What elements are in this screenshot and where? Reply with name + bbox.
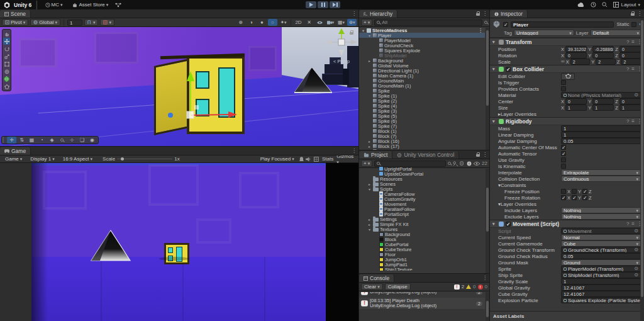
hierarchy-search-input[interactable]: All — [374, 20, 482, 26]
vsync-grid-icon[interactable] — [314, 157, 319, 162]
move-gizmo[interactable] — [147, 66, 247, 135]
rigidbody-constraints[interactable]: ▾Constraints — [490, 182, 644, 188]
edit-collider-button[interactable] — [561, 73, 575, 80]
rigidbody-automatic-center-of-mass[interactable]: Automatic Center Of Mass✓ — [490, 144, 644, 150]
project-item-camerafollow[interactable]: CameraFollow — [359, 191, 485, 196]
overlay-orientation[interactable]: ◉ — [87, 137, 97, 144]
movement-script-ground-check-radius[interactable]: Ground Check Radius0.05 — [490, 253, 644, 259]
project-item-background[interactable]: Background — [359, 232, 485, 237]
play-focused-dropdown[interactable]: Play Focused▾ — [257, 156, 297, 162]
game-view-dropdown[interactable]: Game▾ — [2, 156, 25, 162]
vector-field-y[interactable]: -0.2688684 — [592, 46, 614, 52]
freeze-axis-checkbox-z[interactable]: ✓ — [582, 189, 587, 194]
property-dropdown[interactable]: Cube▾ — [561, 240, 641, 247]
property-checkbox[interactable] — [561, 86, 566, 91]
vector-field-x[interactable]: 0 — [565, 52, 587, 59]
console-clear-button[interactable]: Clear▾ — [361, 283, 383, 290]
overlay-search[interactable] — [57, 137, 67, 144]
rotate-tool[interactable] — [3, 45, 10, 52]
effects-dropdown[interactable]: ✦▾ — [279, 19, 288, 26]
value-field[interactable]: 1 — [561, 278, 641, 284]
movement-script-ground-check-transform[interactable]: Ground Check TransformGroundCheck (Trans… — [490, 247, 644, 253]
scale-tool[interactable] — [3, 53, 10, 60]
console-collapse-button[interactable]: Collapse — [385, 283, 411, 290]
scene-viewport[interactable]: < Persp ▏ ✛ ⇅ ▦ ◔ ◈ — [0, 27, 358, 146]
property-dropdown[interactable]: Nothing▾ — [561, 213, 641, 220]
overlay-pan[interactable]: ⊹ — [67, 137, 77, 144]
vector-field-z[interactable]: 0 — [619, 46, 641, 52]
inspector-lock-icon[interactable] — [631, 13, 635, 16]
move-tool[interactable] — [3, 38, 10, 45]
pause-button[interactable] — [318, 1, 328, 8]
property-checkbox[interactable] — [561, 157, 566, 162]
movement-script-script[interactable]: ScriptMovement⊙ — [490, 228, 644, 234]
tab-unity-version-control[interactable]: Unity Version Control — [392, 151, 459, 159]
value-field[interactable]: 0.05 — [561, 138, 641, 144]
game-menu-kebab[interactable]: ⋮ — [352, 148, 356, 154]
project-item-ship1texture[interactable]: Ship1Texture — [359, 267, 485, 271]
vector-field-y[interactable]: 0 — [592, 52, 614, 59]
transform-position[interactable]: PositionX39.31202Y-0.2688684Z0 — [490, 46, 644, 52]
error-count-icon[interactable]: ! — [478, 284, 483, 290]
tab-console[interactable]: Console — [359, 274, 394, 282]
value-field[interactable]: 12.41067 — [561, 284, 641, 291]
movement-script-global-gravity[interactable]: Global Gravity12.41067 — [490, 284, 644, 291]
transform-rotation[interactable]: RotationX0Y0Z0 — [490, 52, 644, 59]
hierarchy-item-player[interactable]: ▾Player — [359, 33, 485, 38]
console-scrollbar[interactable] — [486, 292, 489, 321]
project-item-portalscript[interactable]: PortalScript — [359, 211, 485, 217]
favorites-icon[interactable] — [460, 161, 465, 166]
overlay-grid-toggle[interactable]: ▦ — [27, 137, 36, 144]
movement-script-explosion-particle[interactable]: Explosion ParticleSquares Explode (Parti… — [490, 297, 644, 303]
tag-dropdown[interactable]: Untagged▾ — [514, 30, 574, 36]
rigidbody-is-kinematic[interactable]: Is Kinematic — [490, 163, 644, 169]
movement-script-ground-mask[interactable]: Ground MaskGround▾ — [490, 259, 644, 266]
2d-mode-toggle[interactable]: 2D — [294, 19, 303, 26]
component-header-rigidbody[interactable]: ▾Rigidbody?≡⋮ — [490, 117, 644, 125]
search-by-label-icon[interactable] — [453, 161, 458, 166]
hierarchy-kebab[interactable]: ⋮ — [482, 11, 487, 16]
gameobject-cube-icon[interactable] — [492, 20, 501, 28]
vector-field-x[interactable]: 2 — [570, 59, 591, 65]
movement-script-current-speed[interactable]: Current SpeedNormal▾ — [490, 234, 644, 240]
view-hand-tool[interactable] — [3, 30, 10, 37]
collab-graph-icon[interactable] — [115, 3, 121, 8]
property-dropdown[interactable]: Nothing▾ — [561, 207, 641, 213]
console-message[interactable]: UnityEngine.Debug:Log (object)2 — [359, 292, 485, 298]
project-item-simple-fx-kit[interactable]: ▸Simple FX Kit — [359, 222, 485, 227]
visibility-toggle[interactable] — [315, 19, 325, 26]
scene-lock-icon[interactable] — [350, 32, 353, 35]
hierarchy-filter-icon[interactable] — [484, 21, 487, 24]
project-search-by-type-icon[interactable] — [448, 162, 451, 165]
rigidbody-collision-detection[interactable]: Collision DetectionContinuous▾ — [490, 176, 644, 182]
component-header-movement-script[interactable]: ▾✓Movement (Script)?≡⋮ — [490, 220, 644, 228]
cloud-icon[interactable] — [577, 3, 585, 8]
property-checkbox[interactable] — [561, 80, 566, 85]
component-enabled-checkbox[interactable]: ✓ — [506, 222, 511, 227]
camera-settings-dropdown[interactable]: ▾ — [326, 19, 335, 26]
inspector-scrollbar[interactable] — [640, 19, 644, 321]
audio-icon[interactable] — [306, 157, 311, 162]
box-collider-is-trigger[interactable]: Is Trigger — [490, 79, 644, 86]
component-enabled-checkbox[interactable]: ✓ — [506, 67, 511, 72]
project-item-scenes[interactable]: ▸Scenes — [359, 181, 485, 186]
project-item-customgravity[interactable]: CustomGravity — [359, 196, 485, 201]
rigidbody-interpolate[interactable]: InterpolateExtrapolate▾ — [490, 169, 644, 176]
rigidbody-exclude-layers[interactable]: Exclude LayersNothing▾ — [490, 213, 644, 220]
grid-snap-size-field[interactable]: 1 — [67, 20, 82, 26]
lighting-toggle-icon[interactable]: ● — [257, 19, 267, 26]
step-button[interactable] — [330, 1, 340, 8]
project-kebab[interactable]: ⋮ — [482, 152, 487, 157]
movement-script-sprite[interactable]: SpritePlayerModel (Transform)⊙ — [490, 266, 644, 272]
inspector-kebab[interactable]: ⋮ — [637, 11, 641, 16]
project-item-cubetexture[interactable]: CubeTexture — [359, 247, 485, 252]
skybox-toggle-icon[interactable]: ○ — [268, 19, 277, 26]
vector-field-z[interactable]: 2 — [621, 59, 641, 65]
hierarchy-lock-icon[interactable] — [476, 13, 480, 16]
project-item-floor[interactable]: Floor — [359, 252, 485, 257]
persp-label[interactable]: < Persp — [326, 59, 357, 64]
overlay-render-mode[interactable]: ◔ — [37, 137, 47, 144]
tab-game[interactable]: Game — [0, 147, 31, 155]
asset-labels-footer[interactable]: Asset Labels — [490, 311, 640, 321]
handle-rotation-dropdown[interactable]: Global▾ — [30, 19, 60, 26]
